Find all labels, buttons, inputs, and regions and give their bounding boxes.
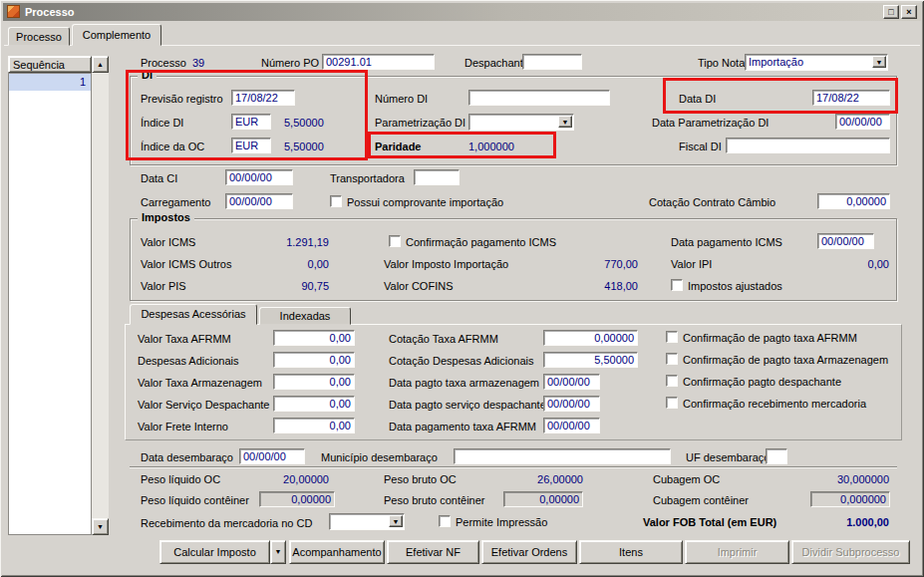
sequencia-row-value: 1 [80,76,86,88]
scrollbar-track[interactable] [92,73,109,518]
uf-desembaraco-input[interactable] [766,448,787,464]
valor-imposto-importacao-value: 770,00 [553,258,638,271]
peso-liquido-oc-value: 20,00000 [229,473,329,486]
calcular-imposto-button[interactable]: Calcular Imposto [159,540,270,564]
maximize-button[interactable]: □ [883,5,899,19]
itens-label: Itens [619,546,643,558]
maximize-icon: □ [888,7,893,17]
numero-di-label: Número DI [375,93,428,106]
data-parametrizacao-di-input[interactable]: 00/00/00 [835,114,890,130]
confirmacao-recebimento-mercadoria-checkbox[interactable] [666,397,678,409]
data-pagamento-icms-input[interactable]: 00/00/00 [817,233,874,249]
imprimir-label: Imprimir [718,546,758,558]
tab-despesas-acessorias[interactable]: Despesas Acessórias [130,304,257,325]
despesas-adicionais-input[interactable]: 0,00 [273,352,355,368]
window-title: Processo [25,6,75,18]
tab-indexadas[interactable]: Indexadas [259,307,351,325]
app-icon [7,5,20,18]
recebimento-mercadoria-cd-select[interactable]: ▼ [329,513,405,530]
processo-value: 39 [192,57,204,70]
calcular-imposto-label: Calcular Imposto [173,546,256,558]
tab-complemento-label: Complemento [83,29,151,41]
data-desembaraco-input[interactable]: 00/00/00 [239,448,305,464]
transportadora-input[interactable] [414,169,460,185]
fiscal-di-input[interactable] [726,138,890,153]
tab-despesas-acessorias-label: Despesas Acessórias [141,308,245,320]
valor-taxa-afrmm-input[interactable]: 0,00 [273,330,355,346]
tab-complemento[interactable]: Complemento [72,24,161,46]
valor-ipi-label: Valor IPI [671,258,712,271]
imprimir-button[interactable]: Imprimir [685,540,789,564]
municipio-desembaraco-label: Município desembaraço [321,451,438,464]
numero-di-input[interactable] [468,90,610,106]
confirmacao-pagto-despachante-checkbox[interactable] [666,375,678,387]
data-pagamento-taxa-afrmm-input[interactable]: 00/00/00 [543,418,600,433]
annotation-box-paridade [368,132,556,158]
peso-bruto-oc-label: Peso bruto OC [384,473,457,486]
tab-processo[interactable]: Processo [8,27,70,46]
data-pagto-taxa-armazenagem-input[interactable]: 00/00/00 [543,374,600,390]
cubagem-conteiner-input[interactable]: 0,000000 [810,491,890,507]
data-parametrizacao-di-label: Data Parametrização DI [652,117,769,130]
sequencia-list[interactable] [8,73,92,535]
valor-fob-total-value: 1.000,00 [797,516,889,529]
data-pagto-servico-despachante-input[interactable]: 00/00/00 [543,396,600,412]
cotacao-despesas-adicionais-input[interactable]: 5,50000 [543,352,638,368]
numero-po-input[interactable]: 00291.01 [322,54,435,70]
efetivar-ordens-button[interactable]: Efetivar Ordens [481,540,577,564]
cotacao-despesas-adicionais-label: Cotação Despesas Adicionais [389,355,534,368]
possui-comprovante-checkbox[interactable] [330,195,342,207]
data-ci-label: Data CI [141,172,177,185]
valor-taxa-afrmm-label: Valor Taxa AFRMM [138,333,231,346]
despachante-label: Despachante [464,57,529,70]
municipio-desembaraco-input[interactable] [454,448,671,464]
carregamento-input[interactable]: 00/00/00 [225,193,293,209]
fiscal-di-label: Fiscal DI [679,141,722,153]
confirmacao-pagto-taxa-armazenagem-checkbox[interactable] [666,353,678,365]
impostos-group-label: Impostos [138,211,194,224]
tipo-nota-select[interactable]: Importação ▼ [745,54,888,71]
data-pagto-servico-despachante-label: Data pagto serviço despachante [389,399,546,412]
valor-imposto-importacao-label: Valor Imposto Importação [384,258,508,271]
sequencia-row[interactable]: 1 [9,74,91,91]
data-desembaraco-label: Data desembaraço [141,451,233,464]
peso-liquido-conteiner-label: Peso líquido contêiner [141,494,249,507]
annotation-box-data-di [663,78,898,114]
titlebar[interactable]: Processo □ × [3,3,921,21]
cotacao-taxa-afrmm-label: Cotação Taxa AFRMM [389,333,498,346]
confirmacao-pagto-taxa-afrmm-checkbox[interactable] [666,331,678,343]
parametrizacao-di-dropdown-icon[interactable]: ▼ [558,116,572,128]
cotacao-contrato-cambio-input[interactable]: 0,00000 [817,193,890,209]
efetivar-nf-label: Efetivar NF [406,546,461,558]
scroll-up-button[interactable]: ▲ [92,56,109,73]
peso-bruto-conteiner-input[interactable]: 0,00000 [503,491,583,507]
valor-taxa-armazenagem-label: Valor Taxa Armazenagem [138,377,262,390]
itens-button[interactable]: Itens [579,540,683,564]
tipo-nota-dropdown-icon[interactable]: ▼ [872,56,886,68]
close-button[interactable]: × [901,5,917,19]
cotacao-taxa-afrmm-input[interactable]: 0,00000 [543,330,638,346]
despachante-input[interactable] [522,54,582,70]
calcular-imposto-dropdown-button[interactable]: ▼ [270,540,286,564]
data-ci-input[interactable]: 00/00/00 [225,169,293,185]
impostos-ajustados-label: Impostos ajustados [688,280,782,293]
carregamento-label: Carregamento [141,196,210,209]
valor-pis-label: Valor PIS [141,280,186,293]
sequencia-column-header[interactable]: Sequência [8,56,92,73]
permite-impressao-checkbox[interactable] [439,515,451,527]
peso-liquido-conteiner-input[interactable]: 0,00000 [259,491,335,507]
efetivar-nf-button[interactable]: Efetivar NF [387,540,479,564]
scroll-up-icon: ▲ [97,61,104,68]
acompanhamento-button[interactable]: Acompanhamento [289,540,385,564]
annotation-box-di-left [126,70,368,160]
valor-taxa-armazenagem-input[interactable]: 0,00 [273,374,355,390]
cubagem-oc-value: 30,000000 [789,473,889,486]
valor-frete-interno-input[interactable]: 0,00 [273,418,355,433]
dividir-subprocesso-button[interactable]: Dividir Subprocesso [791,540,910,564]
confirmacao-pagamento-icms-checkbox[interactable] [389,235,401,247]
scroll-down-button[interactable]: ▼ [92,518,109,535]
parametrizacao-di-select[interactable]: ▼ [468,114,574,131]
valor-servico-despachante-input[interactable]: 0,00 [273,396,355,412]
impostos-ajustados-checkbox[interactable] [671,279,683,291]
recebimento-cd-dropdown-icon[interactable]: ▼ [389,515,403,527]
